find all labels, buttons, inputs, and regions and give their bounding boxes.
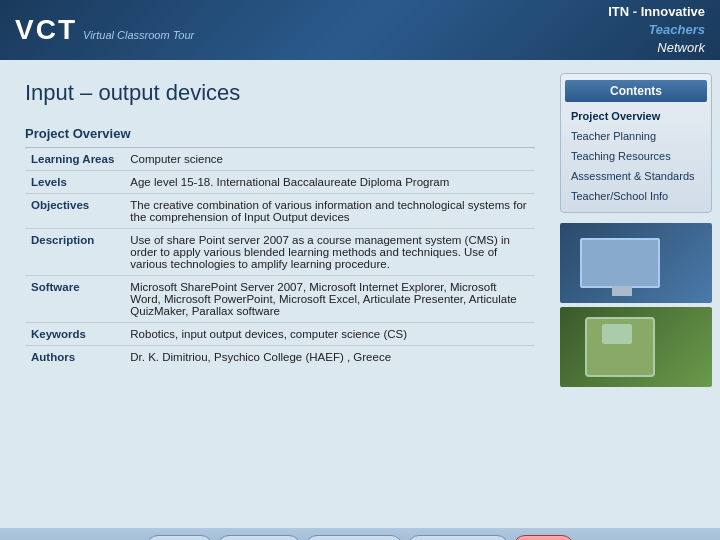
label-software: Software bbox=[25, 276, 124, 323]
table-row: Authors Dr. K. Dimitriou, Psychico Colle… bbox=[25, 346, 535, 369]
page-title: Input – output devices bbox=[25, 80, 535, 106]
sidebar-image-1 bbox=[560, 223, 712, 303]
header: VCT Virtual Classroom Tour ITN - Innovat… bbox=[0, 0, 720, 60]
table-row: Keywords Robotics, input output devices,… bbox=[25, 323, 535, 346]
itn-network: Network bbox=[608, 39, 705, 57]
nav-item-assessment[interactable]: Assessment & Standards bbox=[561, 166, 711, 186]
contents-title: Contents bbox=[565, 80, 707, 102]
computer-screen-icon bbox=[580, 238, 660, 288]
contents-box: Contents Project Overview Teacher Planni… bbox=[560, 73, 712, 213]
label-description: Description bbox=[25, 229, 124, 276]
right-sidebar: Contents Project Overview Teacher Planni… bbox=[560, 60, 720, 528]
itn-logo: ITN - Innovative Teachers Network bbox=[608, 3, 705, 58]
value-authors: Dr. K. Dimitriou, Psychico College (HAEF… bbox=[124, 346, 535, 369]
nav-item-teacher-planning[interactable]: Teacher Planning bbox=[561, 126, 711, 146]
main-content: Input – output devices Project Overview … bbox=[0, 60, 720, 528]
nav-item-project-overview[interactable]: Project Overview bbox=[561, 106, 711, 126]
nav-item-teacher-school-info[interactable]: Teacher/School Info bbox=[561, 186, 711, 206]
header-left: VCT Virtual Classroom Tour bbox=[15, 14, 194, 46]
forward-button[interactable]: ▶ Forward bbox=[217, 535, 301, 540]
label-keywords: Keywords bbox=[25, 323, 124, 346]
label-objectives: Objectives bbox=[25, 194, 124, 229]
label-learning-areas: Learning Areas bbox=[25, 148, 124, 171]
table-row: Description Use of share Point server 20… bbox=[25, 229, 535, 276]
footer: ◀ Back ▶ Forward ⌂ Homepage 🔍 Web search… bbox=[0, 528, 720, 540]
exit-button[interactable]: ✕ Exit bbox=[513, 535, 574, 540]
value-software: Microsoft SharePoint Server 2007, Micros… bbox=[124, 276, 535, 323]
websearch-button[interactable]: 🔍 Web search bbox=[407, 535, 510, 540]
vct-logo: VCT Virtual Classroom Tour bbox=[15, 14, 194, 46]
back-button[interactable]: ◀ Back bbox=[146, 535, 213, 540]
value-description: Use of share Point server 2007 as a cour… bbox=[124, 229, 535, 276]
table-row: Software Microsoft SharePoint Server 200… bbox=[25, 276, 535, 323]
table-row: Learning Areas Computer science bbox=[25, 148, 535, 171]
itn-line1: Innovative bbox=[641, 4, 705, 19]
sidebar-image-2 bbox=[560, 307, 712, 387]
robot-icon bbox=[585, 317, 655, 377]
header-right: ITN - Innovative Teachers Network bbox=[608, 3, 705, 58]
value-objectives: The creative combination of various info… bbox=[124, 194, 535, 229]
vct-subtitle: Virtual Classroom Tour bbox=[83, 29, 194, 41]
vct-letters: VCT bbox=[15, 14, 77, 46]
label-authors: Authors bbox=[25, 346, 124, 369]
nav-item-teaching-resources[interactable]: Teaching Resources bbox=[561, 146, 711, 166]
itn-teachers: Teachers bbox=[608, 21, 705, 39]
project-table: Project Overview Learning Areas Computer… bbox=[25, 122, 535, 368]
label-levels: Levels bbox=[25, 171, 124, 194]
section-header: Project Overview bbox=[25, 122, 535, 148]
table-row: Levels Age level 15-18. International Ba… bbox=[25, 171, 535, 194]
value-keywords: Robotics, input output devices, computer… bbox=[124, 323, 535, 346]
value-learning-areas: Computer science bbox=[124, 148, 535, 171]
itn-abbr: ITN - Innovative bbox=[608, 4, 705, 19]
section-header-row: Project Overview bbox=[25, 122, 535, 148]
value-levels: Age level 15-18. International Baccalaur… bbox=[124, 171, 535, 194]
table-row: Objectives The creative combination of v… bbox=[25, 194, 535, 229]
left-panel: Input – output devices Project Overview … bbox=[0, 60, 560, 528]
homepage-button[interactable]: ⌂ Homepage bbox=[305, 535, 402, 540]
sidebar-images bbox=[560, 223, 720, 387]
